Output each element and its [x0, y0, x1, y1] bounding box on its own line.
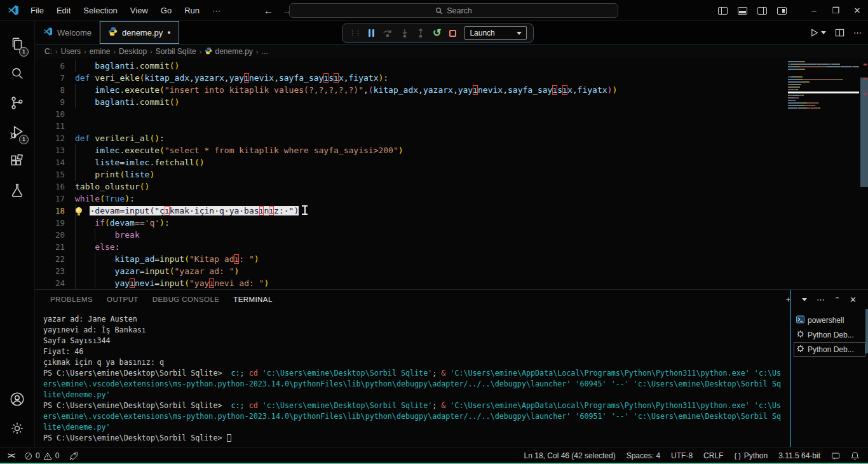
sidebar-item-run-debug[interactable]: 1 — [4, 118, 30, 147]
terminal-session-item[interactable]: Python Deb... — [794, 342, 865, 357]
code-editor[interactable]: 6 baglanti.commit()7def veri_ekle(kitap_… — [36, 58, 868, 289]
line-number[interactable]: 18 — [36, 205, 65, 217]
line-number[interactable]: 17 — [36, 193, 65, 205]
cursor-position-status[interactable]: Ln 18, Col 46 (42 selected) — [524, 451, 616, 460]
line-number[interactable]: 9 — [36, 96, 65, 108]
menu-item-selection[interactable]: Selection — [78, 4, 122, 17]
code-line[interactable]: 24 yayınevi=input("yayınevi ad: ") — [36, 277, 785, 289]
back-arrow-icon[interactable]: ← — [264, 5, 273, 16]
tab-welcome[interactable]: Welcome — [36, 21, 100, 44]
more-actions-icon[interactable]: ⋯ — [853, 28, 862, 38]
menu-item-run[interactable]: Run — [179, 4, 205, 17]
panel-tab-output[interactable]: OUTPUT — [101, 293, 144, 306]
code-line[interactable]: 6 baglanti.commit() — [36, 60, 785, 72]
code-line[interactable]: 10 — [36, 108, 785, 120]
notifications-bell-icon[interactable] — [851, 451, 859, 460]
line-number[interactable]: 6 — [36, 60, 65, 72]
feedback-icon[interactable] — [831, 452, 840, 460]
code-line[interactable]: 18 ·devam=input("çıkmak·için·q·ya·basını… — [36, 205, 785, 217]
sidebar-item-testing[interactable] — [4, 176, 30, 205]
code-line[interactable]: 17while(True): — [36, 193, 785, 205]
sidebar-item-extensions[interactable] — [4, 147, 30, 176]
code-line[interactable]: 21 else: — [36, 241, 785, 253]
terminal-session-item[interactable]: Python Deb... — [794, 327, 865, 342]
line-number[interactable]: 10 — [36, 108, 65, 120]
sidebar-item-search[interactable] — [4, 59, 30, 88]
panel-tab-problems[interactable]: PROBLEMS — [44, 293, 98, 306]
code-line[interactable]: 11 — [36, 120, 785, 132]
breadcrumb[interactable]: C:›Users›emine›Desktop›Sorbil Sqlite›den… — [36, 44, 868, 58]
run-python-file-button[interactable] — [810, 28, 826, 38]
restart-icon[interactable]: ↺ — [433, 28, 441, 38]
breadcrumb-item[interactable]: deneme.py — [205, 47, 252, 57]
line-number[interactable]: 15 — [36, 168, 65, 181]
line-number[interactable]: 20 — [36, 229, 65, 241]
debug-launch-icon[interactable] — [69, 451, 79, 460]
close-button[interactable]: ✕ — [846, 6, 868, 15]
line-number[interactable]: 19 — [36, 217, 65, 229]
account-icon[interactable] — [4, 385, 30, 414]
line-number[interactable]: 7 — [36, 72, 65, 84]
remote-indicator-icon[interactable]: >< — [8, 451, 14, 460]
split-editor-icon[interactable] — [835, 28, 844, 38]
menu-item-[interactable]: ··· — [207, 4, 226, 17]
breadcrumb-item[interactable]: C: — [44, 47, 52, 56]
code-line[interactable]: 20 break — [36, 229, 785, 241]
settings-gear-icon[interactable] — [4, 414, 30, 443]
code-line[interactable]: 23 yazar=input("yazar ad: ") — [36, 265, 785, 277]
problems-status[interactable]: 0 0 — [24, 451, 59, 460]
search-input[interactable]: Search — [289, 3, 618, 18]
code-line[interactable]: 16tablo_olustur() — [36, 181, 785, 193]
python-interpreter-status[interactable]: 3.11.5 64-bit — [778, 451, 820, 460]
menu-item-go[interactable]: Go — [156, 4, 177, 17]
code-line[interactable]: 9 baglanti.commit() — [36, 96, 785, 108]
lightbulb-icon[interactable] — [76, 207, 82, 214]
terminal-sash[interactable] — [790, 290, 791, 447]
toggle-secondary-sidebar-icon[interactable] — [757, 7, 767, 15]
line-number[interactable]: 8 — [36, 84, 65, 96]
line-number[interactable]: 22 — [36, 253, 65, 265]
line-number[interactable]: 14 — [36, 156, 65, 168]
toggle-panel-icon[interactable] — [738, 7, 747, 15]
panel-tab-terminal[interactable]: TERMINAL — [227, 293, 278, 306]
modified-dot-icon[interactable]: ● — [167, 29, 170, 36]
language-mode-status[interactable]: { } Python — [734, 451, 768, 460]
code-line[interactable]: 15 print(liste) — [36, 168, 785, 181]
code-line[interactable]: 14 liste=imlec.fetchall() — [36, 156, 785, 168]
panel-scrollbar[interactable] — [865, 309, 868, 353]
close-panel-icon[interactable]: ✕ — [850, 295, 857, 304]
toggle-primary-sidebar-icon[interactable] — [718, 7, 728, 15]
code-line[interactable]: 22 kitap_ad=input("Kitap adı: ") — [36, 253, 785, 265]
code-line[interactable]: 8 imlec.execute("insert into kitaplik va… — [36, 84, 785, 96]
breadcrumb-item[interactable]: Desktop — [119, 47, 147, 56]
line-number[interactable]: 23 — [36, 265, 65, 277]
line-number[interactable]: 16 — [36, 181, 65, 193]
terminal-profile-chevron-icon[interactable] — [802, 298, 807, 301]
menu-item-view[interactable]: View — [125, 4, 153, 17]
breadcrumb-item[interactable]: ... — [262, 47, 268, 56]
panel-tab-debug-console[interactable]: DEBUG CONSOLE — [147, 293, 226, 306]
breadcrumb-item[interactable]: Sorbil Sqlite — [156, 47, 196, 56]
line-number[interactable]: 13 — [36, 144, 65, 156]
breadcrumb-item[interactable]: Users — [61, 47, 81, 56]
panel-more-icon[interactable]: ⋯ — [817, 295, 825, 304]
line-number[interactable]: 21 — [36, 241, 65, 253]
run-options-chevron-icon[interactable] — [821, 31, 826, 34]
step-out-icon[interactable] — [417, 29, 424, 38]
breadcrumb-item[interactable]: emine — [90, 47, 111, 56]
code-line[interactable]: 19 if(devam=='q'): — [36, 217, 785, 229]
maximize-panel-icon[interactable]: ⌃ — [834, 296, 840, 304]
pause-button[interactable] — [369, 29, 374, 37]
line-number[interactable]: 24 — [36, 277, 65, 289]
minimap[interactable] — [788, 61, 859, 110]
menu-item-file[interactable]: File — [25, 4, 49, 17]
restore-button[interactable]: ❐ — [825, 6, 846, 15]
minimize-button[interactable]: – — [803, 6, 825, 15]
line-number[interactable]: 11 — [36, 120, 65, 132]
encoding-status[interactable]: UTF-8 — [671, 451, 693, 460]
indentation-status[interactable]: Spaces: 4 — [627, 451, 660, 460]
customize-layout-icon[interactable] — [777, 7, 787, 15]
drag-handle-icon[interactable]: ⋮⋮ — [349, 29, 360, 38]
launch-config-dropdown[interactable]: Launch — [465, 26, 527, 40]
code-line[interactable]: 12def verileri_al(): — [36, 132, 785, 144]
